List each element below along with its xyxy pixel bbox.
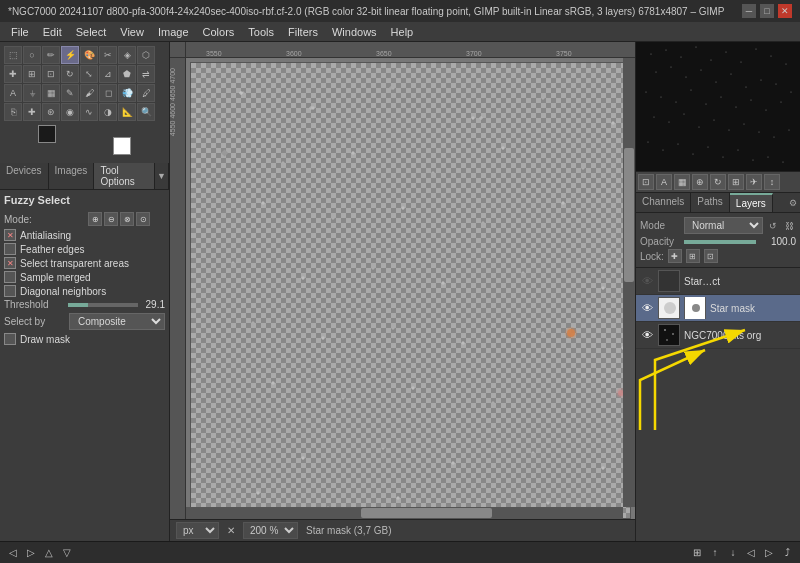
background-color[interactable] — [113, 137, 131, 155]
rt-btn-1[interactable]: ⊡ — [638, 174, 654, 190]
rt-btn-5[interactable]: ↻ — [710, 174, 726, 190]
tool-bucket-fill[interactable]: ⏚ — [23, 84, 41, 102]
tool-dodge-burn[interactable]: ◑ — [99, 103, 117, 121]
scrollbar-h-thumb[interactable] — [361, 508, 492, 518]
rt-btn-7[interactable]: ✈ — [746, 174, 762, 190]
tool-clone[interactable]: ⎘ — [4, 103, 22, 121]
threshold-slider[interactable] — [68, 303, 138, 307]
tool-eraser[interactable]: ◻ — [99, 84, 117, 102]
tool-perspective[interactable]: ⬟ — [118, 65, 136, 83]
tool-measure[interactable]: 📐 — [118, 103, 136, 121]
menu-colors[interactable]: Colors — [196, 22, 242, 41]
tool-rect-select[interactable]: ⬚ — [4, 46, 22, 64]
menu-help[interactable]: Help — [384, 22, 421, 41]
canvas-area[interactable]: 3550 3600 3650 3700 3750 4550 4600 4650 … — [170, 42, 635, 541]
mode-btn-1[interactable]: ⊕ — [88, 212, 102, 226]
tool-perspective-clone[interactable]: ⊛ — [42, 103, 60, 121]
tool-shear[interactable]: ⊿ — [99, 65, 117, 83]
zoom-select[interactable]: 200 % 100 % 50 % 25 % — [243, 522, 298, 539]
layer-vis-starmask[interactable]: 👁 — [640, 301, 654, 315]
tool-move[interactable]: ✚ — [4, 65, 22, 83]
tab-images[interactable]: Images — [49, 163, 95, 189]
tab-tool-options[interactable]: Tool Options — [94, 163, 155, 189]
scrollbar-vertical[interactable] — [623, 58, 635, 507]
layer-item-ngc7000[interactable]: 👁 NGC7000 fits org — [636, 322, 800, 349]
tool-airbrush[interactable]: 💨 — [118, 84, 136, 102]
panel-tabs-menu[interactable]: ▼ — [155, 163, 169, 189]
mode-btn-4[interactable]: ⊙ — [136, 212, 150, 226]
tool-select-by-color[interactable]: 🎨 — [80, 46, 98, 64]
tab-paths[interactable]: Paths — [691, 193, 730, 212]
layer-vis-starcollect[interactable]: 👁 — [640, 274, 654, 288]
tool-ellipse-select[interactable]: ○ — [23, 46, 41, 64]
lock-position-btn[interactable]: ⊞ — [686, 249, 700, 263]
diagonal-checkbox[interactable] — [4, 285, 16, 297]
select-by-dropdown[interactable]: Composite Red Green Blue — [69, 313, 165, 330]
status-icon-grid[interactable]: ⊞ — [690, 546, 704, 560]
status-icon-2[interactable]: ▷ — [24, 546, 38, 560]
tool-zoom[interactable]: 🔍 — [137, 103, 155, 121]
rt-btn-3[interactable]: ▦ — [674, 174, 690, 190]
close-button[interactable]: ✕ — [778, 4, 792, 18]
layer-tabs-configure[interactable]: ⚙ — [786, 193, 800, 212]
status-icon-4[interactable]: ▽ — [60, 546, 74, 560]
status-icon-1[interactable]: ◁ — [6, 546, 20, 560]
sample-merged-checkbox[interactable] — [4, 271, 16, 283]
tool-flip[interactable]: ⇌ — [137, 65, 155, 83]
tool-paths[interactable]: ⬡ — [137, 46, 155, 64]
canvas-image[interactable] — [190, 62, 631, 519]
menu-view[interactable]: View — [113, 22, 151, 41]
scrollbar-horizontal[interactable] — [186, 507, 623, 519]
select-transparent-checkbox[interactable]: ✕ — [4, 257, 16, 269]
tab-layers[interactable]: Layers — [730, 193, 773, 212]
minimize-button[interactable]: ─ — [742, 4, 756, 18]
tool-fuzzy-select[interactable]: ⚡ — [61, 46, 79, 64]
layer-item-starcollect[interactable]: 👁 Star…ct — [636, 268, 800, 295]
canvas-content[interactable] — [186, 58, 635, 519]
tool-text[interactable]: A — [4, 84, 22, 102]
menu-file[interactable]: File — [4, 22, 36, 41]
opacity-slider[interactable] — [684, 240, 756, 244]
status-icon-3[interactable]: △ — [42, 546, 56, 560]
layer-item-starmask[interactable]: 👁 Star mask — [636, 295, 800, 322]
menu-filters[interactable]: Filters — [281, 22, 325, 41]
tool-smudge[interactable]: ∿ — [80, 103, 98, 121]
rt-btn-4[interactable]: ⊕ — [692, 174, 708, 190]
mode-reset[interactable]: ↺ — [767, 221, 779, 231]
draw-mask-checkbox[interactable] — [4, 333, 16, 345]
status-icon-down[interactable]: ↓ — [726, 546, 740, 560]
status-icon-right-nav[interactable]: ▷ — [762, 546, 776, 560]
foreground-color[interactable] — [38, 125, 56, 143]
menu-select[interactable]: Select — [69, 22, 114, 41]
tool-crop[interactable]: ⊡ — [42, 65, 60, 83]
lock-alpha-btn[interactable]: ⊡ — [704, 249, 718, 263]
tab-channels[interactable]: Channels — [636, 193, 691, 212]
tool-blend[interactable]: ▦ — [42, 84, 60, 102]
tool-scale[interactable]: ⤡ — [80, 65, 98, 83]
layers-mode-dropdown[interactable]: Normal Multiply Screen — [684, 217, 763, 234]
tool-foreground-select[interactable]: ◈ — [118, 46, 136, 64]
tool-pencil[interactable]: ✎ — [61, 84, 79, 102]
tool-heal[interactable]: ✚ — [23, 103, 41, 121]
menu-tools[interactable]: Tools — [241, 22, 281, 41]
tool-rotate[interactable]: ↻ — [61, 65, 79, 83]
rt-btn-2[interactable]: A — [656, 174, 672, 190]
status-icon-export[interactable]: ⤴ — [780, 546, 794, 560]
menu-image[interactable]: Image — [151, 22, 196, 41]
tool-free-select[interactable]: ✏ — [42, 46, 60, 64]
tool-blur[interactable]: ◉ — [61, 103, 79, 121]
mode-chain[interactable]: ⛓ — [783, 221, 796, 231]
status-icon-up[interactable]: ↑ — [708, 546, 722, 560]
unit-select[interactable]: px % mm — [176, 522, 219, 539]
tool-ink[interactable]: 🖊 — [137, 84, 155, 102]
lock-pixels-btn[interactable]: ✚ — [668, 249, 682, 263]
tool-paintbrush[interactable]: 🖌 — [80, 84, 98, 102]
rt-btn-6[interactable]: ⊞ — [728, 174, 744, 190]
tool-align[interactable]: ⊞ — [23, 65, 41, 83]
scrollbar-v-thumb[interactable] — [624, 148, 634, 283]
mode-btn-2[interactable]: ⊖ — [104, 212, 118, 226]
layer-vis-ngc7000[interactable]: 👁 — [640, 328, 654, 342]
menu-windows[interactable]: Windows — [325, 22, 384, 41]
tool-scissors-select[interactable]: ✂ — [99, 46, 117, 64]
feather-edges-checkbox[interactable] — [4, 243, 16, 255]
